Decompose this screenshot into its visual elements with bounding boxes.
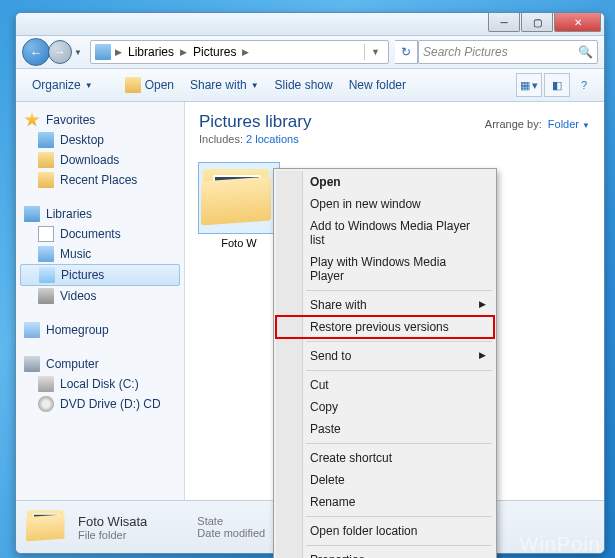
desktop-icon [38, 132, 54, 148]
ctx-copy[interactable]: Copy [276, 396, 494, 418]
forward-button[interactable]: → [48, 40, 72, 64]
toolbar: Organize▼ Open Share with▼ Slide show Ne… [16, 69, 604, 102]
maximize-button[interactable]: ▢ [521, 13, 553, 32]
separator [306, 516, 492, 517]
context-menu: Open Open in new window Add to Windows M… [273, 168, 497, 558]
open-icon [125, 77, 141, 93]
recent-icon [38, 172, 54, 188]
separator [306, 370, 492, 371]
ctx-create-shortcut[interactable]: Create shortcut [276, 447, 494, 469]
computer-icon [24, 356, 40, 372]
watermark: WinPoin [520, 533, 601, 556]
folder-icon [201, 165, 273, 225]
details-state-label: State [197, 515, 265, 527]
breadcrumb-libraries[interactable]: Libraries [124, 45, 178, 59]
music-icon [38, 246, 54, 262]
disk-icon [38, 376, 54, 392]
nav-dvd-drive[interactable]: DVD Drive (D:) CD [16, 394, 184, 414]
arrange-by[interactable]: Arrange by: Folder ▼ [485, 118, 590, 130]
search-placeholder: Search Pictures [423, 45, 508, 59]
ctx-restore-previous-versions[interactable]: Restore previous versions [276, 316, 494, 338]
nav-documents[interactable]: Documents [16, 224, 184, 244]
nav-pictures[interactable]: Pictures [20, 264, 180, 286]
new-folder-button[interactable]: New folder [341, 75, 414, 95]
ctx-properties[interactable]: Properties [276, 549, 494, 558]
open-button[interactable]: Open [117, 74, 182, 96]
folder-label: Foto W [199, 237, 279, 249]
ctx-open-new-window[interactable]: Open in new window [276, 193, 494, 215]
help-button[interactable]: ? [572, 74, 596, 96]
libraries-icon [24, 206, 40, 222]
search-box[interactable]: Search Pictures 🔍 [418, 40, 598, 64]
ctx-open-folder-location[interactable]: Open folder location [276, 520, 494, 542]
separator [306, 290, 492, 291]
downloads-icon [38, 152, 54, 168]
ctx-send-to[interactable]: Send to▶ [276, 345, 494, 367]
preview-pane-button[interactable]: ◧ [544, 73, 570, 97]
ctx-delete[interactable]: Delete [276, 469, 494, 491]
back-button[interactable]: ← [22, 38, 50, 66]
nav-local-disk[interactable]: Local Disk (C:) [16, 374, 184, 394]
ctx-wmp-play[interactable]: Play with Windows Media Player [276, 251, 494, 287]
computer-header[interactable]: Computer [16, 354, 184, 374]
refresh-button[interactable]: ↻ [395, 40, 418, 64]
search-icon: 🔍 [578, 45, 593, 59]
separator [306, 545, 492, 546]
submenu-arrow-icon: ▶ [479, 299, 486, 309]
share-with-button[interactable]: Share with▼ [182, 75, 267, 95]
ctx-wmp-add[interactable]: Add to Windows Media Player list [276, 215, 494, 251]
submenu-arrow-icon: ▶ [479, 350, 486, 360]
ctx-paste[interactable]: Paste [276, 418, 494, 440]
details-type: File folder [78, 529, 126, 541]
nav-recent[interactable]: Recent Places [16, 170, 184, 190]
nav-desktop[interactable]: Desktop [16, 130, 184, 150]
nav-videos[interactable]: Videos [16, 286, 184, 306]
dvd-icon [38, 396, 54, 412]
separator [306, 341, 492, 342]
star-icon [24, 112, 40, 128]
nav-music[interactable]: Music [16, 244, 184, 264]
slideshow-button[interactable]: Slide show [267, 75, 341, 95]
ctx-open[interactable]: Open [276, 171, 494, 193]
ctx-cut[interactable]: Cut [276, 374, 494, 396]
library-subtitle: Includes: 2 locations [199, 133, 590, 145]
details-date-label: Date modified [197, 527, 265, 539]
view-options-button[interactable]: ▦▾ [516, 73, 542, 97]
details-icon [26, 508, 68, 546]
nav-bar: ← → ▼ ▶ Libraries ▶ Pictures ▶ ▼ ↻ Searc… [16, 36, 604, 69]
breadcrumb-pictures[interactable]: Pictures [189, 45, 240, 59]
separator [306, 443, 492, 444]
ctx-share-with[interactable]: Share with▶ [276, 294, 494, 316]
libraries-icon [95, 44, 111, 60]
address-bar[interactable]: ▶ Libraries ▶ Pictures ▶ ▼ [90, 40, 389, 64]
documents-icon [38, 226, 54, 242]
titlebar[interactable]: ─ ▢ ✕ [16, 13, 604, 36]
nav-pane: Favorites Desktop Downloads Recent Place… [16, 102, 185, 542]
details-name: Foto Wisata [78, 514, 147, 529]
close-button[interactable]: ✕ [554, 13, 601, 32]
homegroup-icon [24, 322, 40, 338]
folder-item[interactable]: Foto W [199, 163, 279, 249]
pictures-icon [39, 267, 55, 283]
nav-downloads[interactable]: Downloads [16, 150, 184, 170]
libraries-header[interactable]: Libraries [16, 204, 184, 224]
favorites-header[interactable]: Favorites [16, 110, 184, 130]
locations-link[interactable]: 2 locations [246, 133, 299, 145]
organize-button[interactable]: Organize▼ [24, 75, 101, 95]
homegroup-header[interactable]: Homegroup [16, 320, 184, 340]
minimize-button[interactable]: ─ [488, 13, 520, 32]
nav-history-dropdown[interactable]: ▼ [72, 44, 84, 60]
videos-icon [38, 288, 54, 304]
ctx-rename[interactable]: Rename [276, 491, 494, 513]
